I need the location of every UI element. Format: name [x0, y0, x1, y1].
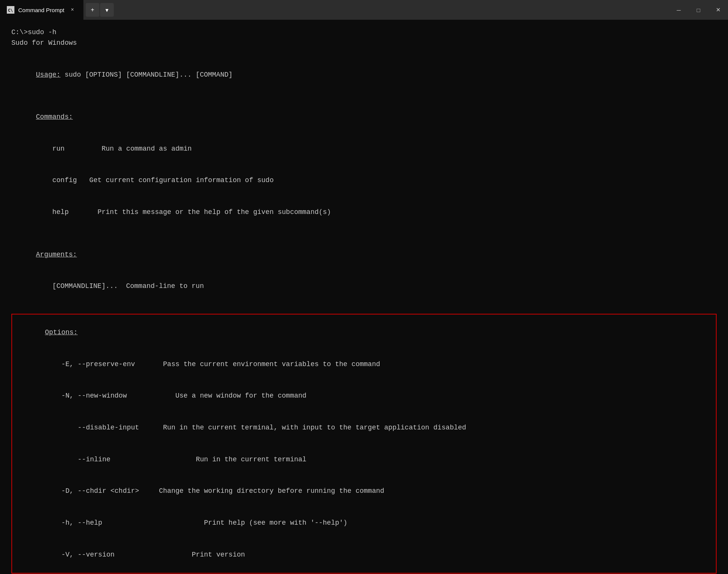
prompt-line-1: C:\>sudo -h — [11, 27, 717, 38]
opt-help-desc: Print help (see more with '--help') — [155, 519, 347, 527]
opt-new-window-line: -N, --new-window Use a new window for th… — [12, 380, 716, 412]
opt-disable-input-flag: --disable-input — [45, 423, 155, 433]
opt-new-window-desc: Use a new window for the command — [155, 392, 306, 399]
cmd-config-desc: Get current configuration information of… — [85, 176, 274, 184]
usage-label: Usage: — [36, 71, 61, 79]
close-button[interactable]: ✕ — [708, 0, 728, 20]
cmd-help-flag: help — [36, 207, 85, 218]
cmd-run-flag: run — [36, 144, 85, 154]
sudo-for-windows-line: Sudo for Windows — [11, 38, 717, 49]
commands-header: Commands: — [11, 101, 717, 133]
opt-version-flag: -V, --version — [45, 550, 155, 560]
tab-controls: + ▾ — [86, 3, 114, 17]
cmd-help-desc: Print this message or the help of the gi… — [85, 208, 331, 216]
tab-dropdown-button[interactable]: ▾ — [100, 3, 114, 17]
opt-inline-desc: Run in the current terminal — [155, 456, 306, 463]
opt-version-line: -V, --version Print version — [12, 539, 716, 571]
cmd-config-flag: config — [36, 175, 85, 186]
opt-chdir-flag: -D, --chdir <chdir> — [45, 486, 155, 497]
opt-disable-input-line: --disable-input Run in the current termi… — [12, 412, 716, 444]
maximize-button[interactable]: □ — [689, 0, 708, 20]
options-box: Options: -E, --preserve-env Pass the cur… — [11, 314, 717, 574]
cmd-help-line: help Print this message or the help of t… — [11, 197, 717, 228]
svg-text:C\: C\ — [8, 8, 13, 13]
opt-preserve-env-flag: -E, --preserve-env — [45, 359, 155, 370]
arguments-label: Arguments: — [36, 251, 77, 258]
opt-help-line: -h, --help Print help (see more with '--… — [12, 507, 716, 539]
minimize-button[interactable]: ─ — [669, 0, 689, 20]
blank-line-1 — [11, 49, 717, 59]
cmd-run-desc: Run a command as admin — [85, 145, 192, 153]
blank-line-3 — [11, 228, 717, 239]
terminal-body[interactable]: C:\>sudo -h Sudo for Windows Usage: sudo… — [0, 20, 728, 574]
opt-preserve-env-desc: Pass the current environment variables t… — [155, 360, 380, 368]
opt-chdir-desc: Change the working directory before runn… — [155, 487, 384, 495]
opt-inline-flag: --inline — [45, 454, 155, 465]
blank-line-2 — [11, 91, 717, 101]
options-header: Options: — [12, 317, 716, 349]
arg-commandline-line: [COMMANDLINE]... Command-line to run — [11, 270, 717, 302]
tab-close-button[interactable]: × — [68, 6, 77, 14]
window-controls: ─ □ ✕ — [669, 0, 728, 20]
opt-inline-line: --inline Run in the current terminal — [12, 444, 716, 476]
cmd-run-line: run Run a command as admin — [11, 133, 717, 165]
blank-line-4 — [11, 302, 717, 313]
usage-line: Usage: sudo [OPTIONS] [COMMANDLINE]... [… — [11, 59, 717, 91]
opt-preserve-env-line: -E, --preserve-env Pass the current envi… — [12, 349, 716, 381]
opt-chdir-line: -D, --chdir <chdir> Change the working d… — [12, 475, 716, 507]
opt-new-window-flag: -N, --new-window — [45, 391, 155, 401]
active-tab[interactable]: C\ Command Prompt × — [0, 0, 83, 20]
usage-text: sudo [OPTIONS] [COMMANDLINE]... [COMMAND… — [61, 71, 233, 79]
arguments-header: Arguments: — [11, 239, 717, 271]
options-label: Options: — [45, 329, 77, 336]
opt-disable-input-desc: Run in the current terminal, with input … — [155, 424, 466, 431]
tab-title: Command Prompt — [18, 7, 64, 13]
new-tab-button[interactable]: + — [86, 3, 99, 17]
titlebar: C\ Command Prompt × + ▾ ─ □ ✕ — [0, 0, 728, 20]
arg-flag: [COMMANDLINE]... — [36, 282, 118, 290]
window: C\ Command Prompt × + ▾ ─ □ ✕ C:\>sudo -… — [0, 0, 728, 574]
cmd-config-line: config Get current configuration informa… — [11, 165, 717, 197]
tab-icon: C\ — [7, 6, 14, 14]
opt-help-flag: -h, --help — [45, 518, 155, 528]
opt-version-desc: Print version — [155, 551, 245, 558]
arg-desc: Command-line to run — [118, 282, 204, 290]
commands-label: Commands: — [36, 113, 73, 121]
